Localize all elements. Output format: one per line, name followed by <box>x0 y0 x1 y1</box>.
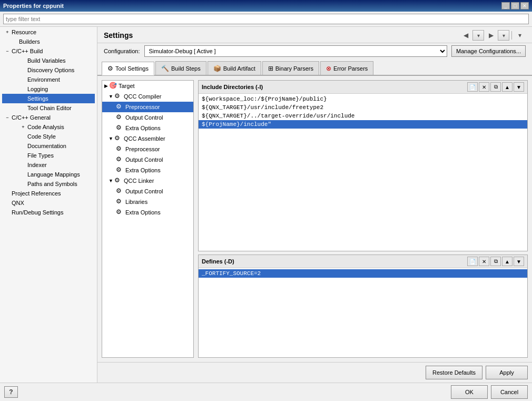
move-down-define-button[interactable]: ▼ <box>514 257 524 266</box>
tool-item-extra-options-asm[interactable]: ⚙ Extra Options <box>102 165 193 175</box>
tool-item-preprocessor-asm[interactable]: ⚙ Preprocessor <box>102 144 193 154</box>
configuration-select[interactable]: Simulator-Debug [ Active ] <box>144 45 448 57</box>
tab-error-parsers[interactable]: ⊗ Error Parsers <box>320 61 373 75</box>
tool-item-label: Target <box>119 83 135 89</box>
sidebar-item-discovery-options[interactable]: Discovery Options <box>2 65 95 75</box>
move-up-define-button[interactable]: ▲ <box>502 257 513 266</box>
expander-icon[interactable]: + <box>19 123 27 131</box>
copy-define-button[interactable]: ⧉ <box>490 257 501 266</box>
tool-item-output-control-asm[interactable]: ⚙ Output Control <box>102 154 193 165</box>
delete-define-button[interactable]: ✕ <box>479 257 489 266</box>
tool-item-target[interactable]: ▶ 🎯 Target <box>102 81 193 91</box>
list-item[interactable]: ${workspace_loc:/${ProjName}/public} <box>199 95 527 103</box>
minimize-button[interactable]: _ <box>501 2 510 9</box>
back-dropdown-button[interactable]: ▾ <box>472 30 484 41</box>
tab-label: Binary Parsers <box>275 65 313 72</box>
sidebar-item-logging[interactable]: Logging <box>2 84 95 94</box>
list-item[interactable]: ${QNX_TARGET}/../target-override/usr/inc… <box>199 112 527 120</box>
sidebar-item-cpp-general[interactable]: − C/C++ General <box>2 113 95 122</box>
expander-icon[interactable]: ▼ <box>109 178 113 183</box>
sidebar-item-code-analysis[interactable]: + Code Analysis <box>2 122 95 132</box>
forward-button[interactable]: ▶ <box>485 30 497 41</box>
sidebar-item-label: Code Analysis <box>27 124 64 130</box>
expander-icon[interactable]: ▼ <box>109 94 113 99</box>
tool-item-preprocessor[interactable]: ⚙ Preprocessor <box>102 102 193 112</box>
qcc-compiler-icon: ⚙ <box>114 92 123 101</box>
tool-settings-tree: ▶ 🎯 Target ▼ ⚙ QCC Compiler ⚙ Prepr <box>102 80 194 358</box>
apply-button[interactable]: Apply <box>486 366 528 379</box>
tool-item-label: Preprocessor <box>125 146 160 152</box>
tool-item-output-control-linker[interactable]: ⚙ Output Control <box>102 186 193 197</box>
include-dir-actions: 📄 ✕ ⧉ ▲ <box>467 82 524 92</box>
sidebar-item-project-references[interactable]: Project References <box>2 189 95 198</box>
sidebar-item-file-types[interactable]: File Types <box>2 151 95 160</box>
settings-content: ▶ 🎯 Target ▼ ⚙ QCC Compiler ⚙ Prepr <box>97 76 532 362</box>
sidebar-item-resource[interactable]: + Resource <box>2 27 95 37</box>
forward-dropdown-button[interactable]: ▾ <box>498 30 509 41</box>
help-button[interactable]: ? <box>4 386 18 398</box>
tool-item-extra-options-compiler[interactable]: ⚙ Extra Options <box>102 123 193 133</box>
configuration-row: Configuration: Simulator-Debug [ Active … <box>97 43 532 61</box>
expander-icon[interactable]: ▶ <box>104 83 108 89</box>
list-item[interactable]: ${ProjName}/include" <box>199 120 527 129</box>
ok-button[interactable]: OK <box>451 385 488 399</box>
back-button[interactable]: ◀ <box>460 30 471 41</box>
sidebar-item-language-mappings[interactable]: Language Mappings <box>2 170 95 179</box>
sidebar-item-run-debug[interactable]: Run/Debug Settings <box>2 208 95 217</box>
expander-icon[interactable]: ▼ <box>109 136 113 141</box>
sidebar-item-tool-chain-editor[interactable]: Tool Chain Editor <box>2 103 95 113</box>
expander-icon[interactable]: − <box>3 47 12 55</box>
sidebar-item-builders[interactable]: Builders <box>2 37 95 46</box>
tool-item-label: QCC Linker <box>124 178 154 184</box>
manage-configurations-button[interactable]: Manage Configurations... <box>451 45 526 57</box>
tool-item-label: Output Control <box>125 157 163 163</box>
sidebar-item-indexer[interactable]: Indexer <box>2 160 95 170</box>
defines-actions: 📄 ✕ ⧉ ▲ <box>467 257 524 266</box>
move-down-include-button[interactable]: ▼ <box>514 82 524 92</box>
sidebar-item-label: Tool Chain Editor <box>27 105 72 111</box>
expander-icon[interactable]: − <box>3 113 12 122</box>
sidebar-item-code-style[interactable]: Code Style <box>2 132 95 141</box>
sidebar-item-paths-symbols[interactable]: Paths and Symbols <box>2 179 95 189</box>
tool-item-output-control[interactable]: ⚙ Output Control <box>102 112 193 123</box>
tab-build-artifact[interactable]: 📦 Build Artifact <box>208 61 261 75</box>
qcc-assembler-icon: ⚙ <box>114 134 123 143</box>
maximize-button[interactable]: □ <box>511 2 519 9</box>
menu-button[interactable]: ▾ <box>514 30 526 41</box>
sidebar-item-cpp-build[interactable]: − C/C++ Build <box>2 46 95 56</box>
restore-defaults-button[interactable]: Restore Defaults <box>426 366 482 379</box>
defines-title: Defines (-D) <box>202 258 234 265</box>
tool-item-qcc-assembler[interactable]: ▼ ⚙ QCC Assembler <box>102 133 193 144</box>
delete-include-button[interactable]: ✕ <box>479 82 489 92</box>
sidebar-item-label: Language Mappings <box>27 171 80 178</box>
move-up-include-button[interactable]: ▲ <box>502 82 513 92</box>
tab-binary-parsers[interactable]: ⊞ Binary Parsers <box>262 61 319 75</box>
footer: ? OK Cancel <box>0 383 532 401</box>
close-button[interactable]: ✕ <box>520 2 529 9</box>
sidebar-item-label: Environment <box>27 76 60 83</box>
down-icon: ▼ <box>516 84 521 90</box>
copy-include-button[interactable]: ⧉ <box>490 82 501 92</box>
content-area: + Resource Builders − C/C++ Build Build … <box>0 27 532 383</box>
tab-build-steps[interactable]: 🔨 Build Steps <box>155 61 206 75</box>
sidebar-item-build-variables[interactable]: Build Variables <box>2 56 95 65</box>
cancel-button[interactable]: Cancel <box>491 385 528 399</box>
filter-input[interactable] <box>3 14 529 24</box>
tool-item-qcc-compiler[interactable]: ▼ ⚙ QCC Compiler <box>102 91 193 102</box>
tool-item-extra-options-linker[interactable]: ⚙ Extra Options <box>102 207 193 218</box>
sidebar-item-environment[interactable]: Environment <box>2 75 95 84</box>
expander-icon <box>19 94 27 103</box>
tool-item-qcc-linker[interactable]: ▼ ⚙ QCC Linker <box>102 175 193 186</box>
tool-item-label: Extra Options <box>125 167 161 173</box>
list-item[interactable]: ${QNX_TARGET}/usr/include/freetype2 <box>199 103 527 112</box>
list-item[interactable]: _FORTIFY_SOURCE=2 <box>199 269 527 278</box>
add-define-button[interactable]: 📄 <box>467 257 478 266</box>
tool-item-libraries[interactable]: ⚙ Libraries <box>102 197 193 207</box>
expander-icon <box>3 199 12 207</box>
sidebar-item-qnx[interactable]: QNX <box>2 198 95 208</box>
tab-tool-settings[interactable]: ⚙ Tool Settings <box>102 62 154 75</box>
sidebar-item-documentation[interactable]: Documentation <box>2 141 95 151</box>
expander-icon[interactable]: + <box>3 28 12 36</box>
add-include-button[interactable]: 📄 <box>467 82 478 92</box>
sidebar-item-settings[interactable]: Settings <box>2 94 95 103</box>
